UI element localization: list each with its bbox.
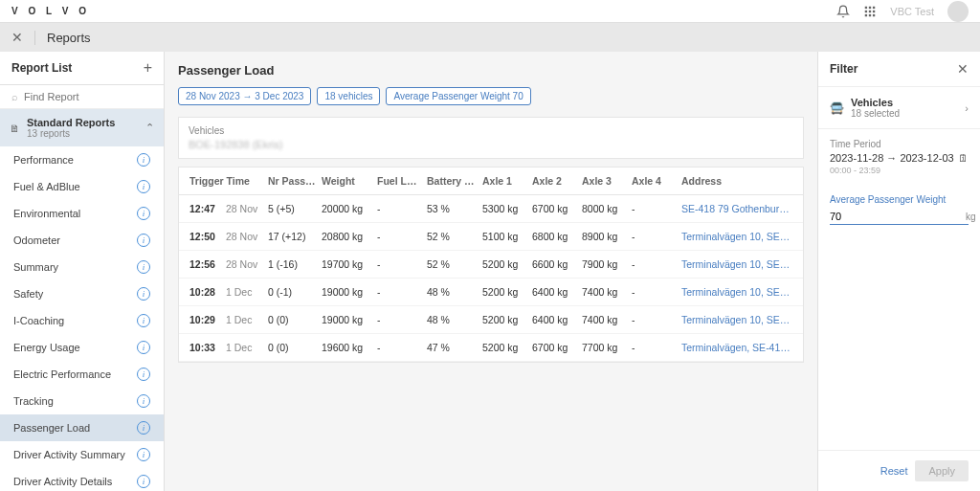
column-header[interactable]: Trigger Time [187, 175, 265, 187]
sidebar-item[interactable]: Driver Activity Detailsi [0, 468, 164, 491]
svg-rect-7 [869, 13, 871, 15]
sidebar-item[interactable]: Fuel & AdBluei [0, 173, 164, 200]
column-header[interactable]: Fuel Level [374, 175, 424, 187]
column-header[interactable]: Weight [319, 175, 374, 187]
apply-button[interactable]: Apply [915, 460, 969, 481]
filter-title: Filter [830, 62, 858, 76]
info-icon[interactable]: i [137, 394, 150, 408]
user-name: VBC Test [890, 6, 934, 17]
sidebar-item[interactable]: Electric Performancei [0, 361, 164, 388]
avatar[interactable] [947, 1, 969, 22]
sidebar: Report List + ⌕ 🗎 Standard Reports 13 re… [0, 52, 165, 491]
info-icon[interactable]: i [137, 180, 150, 193]
sidebar-title: Report List [11, 61, 72, 75]
section-standard-reports[interactable]: 🗎 Standard Reports 13 reports ⌃ [0, 109, 164, 146]
table-row[interactable]: 10:281 Dec0 (-1)19000 kg-48 %5200 kg6400… [179, 279, 803, 306]
chevron-right-icon: › [965, 102, 969, 114]
add-report-button[interactable]: + [144, 59, 152, 77]
column-header[interactable]: Axle 3 [579, 175, 629, 187]
search-icon: ⌕ [11, 91, 18, 102]
truck-icon: 🚍 [830, 101, 843, 115]
table-row[interactable]: 10:331 Dec0 (0)19600 kg-47 %5200 kg6700 … [179, 334, 803, 362]
sidebar-item[interactable]: I-Coachingi [0, 307, 164, 334]
close-icon[interactable]: ✕ [11, 30, 23, 45]
info-icon[interactable]: i [137, 475, 150, 488]
svg-rect-2 [873, 6, 875, 8]
info-icon[interactable]: i [137, 341, 150, 354]
sidebar-item[interactable]: Driver Activity Summaryi [0, 441, 164, 468]
close-filter-icon[interactable]: ✕ [957, 61, 969, 77]
info-icon[interactable]: i [137, 448, 150, 461]
apps-icon[interactable] [863, 5, 877, 18]
filter-panel: Filter ✕ 🚍 Vehicles 18 selected › Time P… [817, 52, 980, 491]
svg-rect-0 [865, 6, 867, 8]
sidebar-item[interactable]: Energy Usagei [0, 334, 164, 361]
reset-button[interactable]: Reset [880, 460, 908, 481]
info-icon[interactable]: i [137, 207, 150, 220]
sidebar-item[interactable]: Safetyi [0, 280, 164, 307]
svg-rect-5 [873, 10, 875, 11]
svg-rect-3 [865, 10, 867, 11]
address-link[interactable]: Terminalvägen 10, SE-418 79 [679, 258, 795, 270]
search-input[interactable] [24, 91, 156, 102]
info-icon[interactable]: i [137, 260, 150, 274]
search-input-wrap[interactable]: ⌕ [0, 85, 164, 109]
column-header[interactable]: Nr Passengers [265, 175, 319, 187]
svg-rect-4 [869, 10, 871, 11]
table-row[interactable]: 12:5028 Nov17 (+12)20800 kg-52 %5100 kg6… [179, 223, 803, 251]
sub-bar: ✕ Reports [0, 23, 980, 52]
sidebar-item[interactable]: Odometeri [0, 227, 164, 254]
table-row[interactable]: 12:5628 Nov1 (-16)19700 kg-52 %5200 kg66… [179, 251, 803, 279]
chevron-up-icon: ⌃ [145, 122, 154, 134]
filter-chip[interactable]: Average Passenger Weight 70 [386, 87, 530, 105]
column-header[interactable]: Address [679, 175, 795, 187]
column-header[interactable]: Axle 1 [479, 175, 529, 187]
info-icon[interactable]: i [137, 153, 150, 167]
table-row[interactable]: 12:4728 Nov5 (+5)20000 kg-53 %5300 kg670… [179, 195, 803, 223]
bell-icon[interactable] [836, 5, 850, 18]
brand-logo: V O L V O [11, 6, 90, 16]
filter-avg-passenger-weight: Average Passenger Weight kg [818, 185, 980, 234]
info-icon[interactable]: i [137, 314, 150, 327]
address-link[interactable]: SE-418 79 Gothenburg, Swe [679, 203, 795, 214]
content-area: Passenger Load 28 Nov 2023 → 3 Dec 20231… [165, 52, 817, 491]
column-header[interactable]: Axle 2 [529, 175, 579, 187]
column-header[interactable]: Battery Level [424, 175, 479, 187]
column-header[interactable]: Axle 4 [629, 175, 679, 187]
report-icon: 🗎 [10, 123, 21, 134]
sidebar-item[interactable]: Summaryi [0, 254, 164, 280]
sidebar-item[interactable]: Performancei [0, 146, 164, 173]
sidebar-item[interactable]: Passenger Loadi [0, 414, 164, 441]
filter-vehicles-row[interactable]: 🚍 Vehicles 18 selected › [818, 86, 980, 129]
filter-chip[interactable]: 18 vehicles [317, 87, 380, 105]
address-link[interactable]: Terminalvägen, SE-418 79 G [679, 342, 795, 353]
sidebar-item[interactable]: Environmentali [0, 200, 164, 227]
info-icon[interactable]: i [137, 421, 150, 435]
address-link[interactable]: Terminalvägen 10, SE-418 79 [679, 231, 795, 242]
subbar-title: Reports [34, 31, 91, 45]
calendar-icon[interactable]: 🗓 [958, 152, 969, 164]
data-table: Trigger TimeNr PassengersWeightFuel Leve… [178, 167, 804, 363]
vehicles-box[interactable]: Vehicles BOE-192838 (Ekris) [178, 117, 804, 159]
info-icon[interactable]: i [137, 234, 150, 247]
svg-rect-1 [869, 6, 871, 8]
address-link[interactable]: Terminalvägen 10, SE-418 79 [679, 286, 795, 298]
filter-chip[interactable]: 28 Nov 2023 → 3 Dec 2023 [178, 87, 311, 105]
svg-rect-6 [865, 13, 867, 15]
page-title: Passenger Load [178, 63, 804, 78]
address-link[interactable]: Terminalvägen 10, SE-418 79 [679, 314, 795, 325]
info-icon[interactable]: i [137, 287, 150, 301]
filter-time-period[interactable]: Time Period 2023-11-28 → 2023-12-03🗓 00:… [818, 129, 980, 185]
table-row[interactable]: 10:291 Dec0 (0)19000 kg-48 %5200 kg6400 … [179, 306, 803, 334]
info-icon[interactable]: i [137, 368, 150, 381]
svg-rect-8 [873, 13, 875, 15]
sidebar-item[interactable]: Trackingi [0, 388, 164, 414]
top-bar: V O L V O VBC Test [0, 0, 980, 23]
avg-passenger-weight-input[interactable] [830, 209, 962, 224]
